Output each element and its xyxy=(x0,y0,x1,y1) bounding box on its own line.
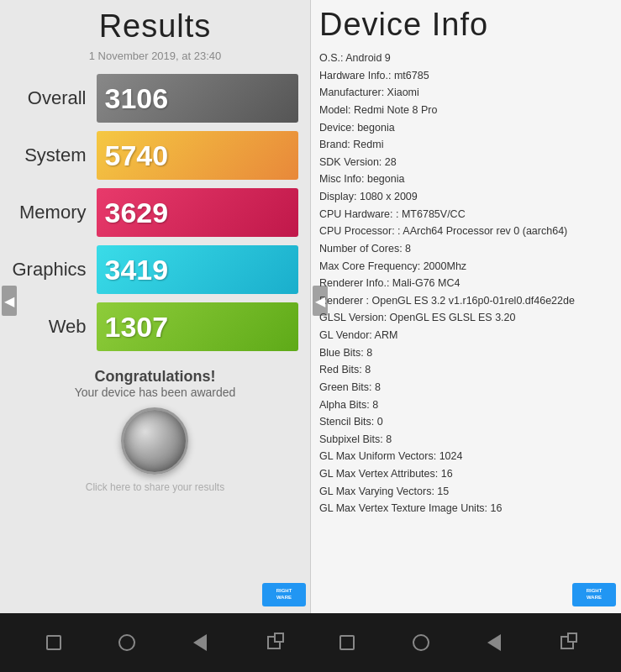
logo-text-right: RIGHTWARE xyxy=(587,588,603,601)
score-row-system: System5740 xyxy=(13,131,298,180)
score-label-memory: Memory xyxy=(13,202,97,223)
score-label-graphics: Graphics xyxy=(13,259,97,281)
info-item: CPU Hardware: : MT6785V/CC xyxy=(319,206,613,223)
device-info-title: Device Info xyxy=(319,7,613,43)
rightware-logo-left: RIGHTWARE xyxy=(262,583,306,606)
device-info-list: O.S.: Android 9Hardware Info.: mt6785Man… xyxy=(319,50,613,517)
score-label-web: Web xyxy=(13,316,97,338)
congrats-sub: Your device has been awarded xyxy=(75,386,236,399)
info-item: Model: Redmi Note 8 Pro xyxy=(319,102,613,119)
info-item: Display: 1080 x 2009 xyxy=(319,188,613,206)
navigation-bar xyxy=(0,613,621,672)
score-row-overall: Overall3106 xyxy=(13,74,298,123)
congrats-title: Congratulations! xyxy=(75,368,236,386)
medal-icon xyxy=(121,407,188,475)
info-item: GL Max Vertex Texture Image Units: 16 xyxy=(319,500,613,517)
info-item: Max Core Frequency: 2000Mhz xyxy=(319,258,613,276)
nav-corner-1[interactable] xyxy=(264,633,284,653)
info-item: Misc Info: begonia xyxy=(319,171,613,188)
info-item: CPU Processor: : AArch64 Processor rev 0… xyxy=(319,223,613,240)
score-row-memory: Memory3629 xyxy=(13,188,298,237)
info-item: GL Max Vertex Attributes: 16 xyxy=(319,465,613,483)
nav-circle-2[interactable] xyxy=(411,633,431,653)
info-item: GL Vendor: ARM xyxy=(319,327,613,344)
info-item: GLSL Version: OpenGL ES GLSL ES 3.20 xyxy=(319,309,613,327)
score-label-system: System xyxy=(13,144,97,166)
score-bar-web: 1307 xyxy=(97,302,298,351)
info-item: Brand: Redmi xyxy=(319,136,613,154)
logo-text: RIGHTWARE xyxy=(276,588,292,601)
score-bar-memory: 3629 xyxy=(97,188,298,237)
results-panel: Results 1 November 2019, at 23:40 Overal… xyxy=(0,0,311,613)
score-value-graphics: 3419 xyxy=(105,254,169,286)
info-item: Stencil Bits: 0 xyxy=(319,413,613,431)
score-label-overall: Overall xyxy=(13,87,97,109)
info-item: Renderer : OpenGL ES 3.2 v1.r16p0-01rel0… xyxy=(319,292,613,310)
info-item: Green Bits: 8 xyxy=(319,379,613,396)
info-item: SDK Version: 28 xyxy=(319,154,613,171)
nav-circle-1[interactable] xyxy=(117,633,137,653)
score-bar-overall: 3106 xyxy=(97,74,298,123)
nav-back-1[interactable] xyxy=(190,633,210,653)
rightware-logo-right: RIGHTWARE xyxy=(572,583,616,606)
scroll-left-arrow[interactable]: ◀ xyxy=(2,286,17,316)
info-item: GL Max Uniform Vectors: 1024 xyxy=(319,448,613,465)
score-value-system: 5740 xyxy=(105,139,169,172)
device-info-panel: Device Info O.S.: Android 9Hardware Info… xyxy=(311,0,621,613)
score-value-memory: 3629 xyxy=(105,197,169,229)
nav-square-1[interactable] xyxy=(44,633,64,653)
results-title: Results xyxy=(99,8,212,45)
info-item: Manufacturer: Xiaomi xyxy=(319,84,613,102)
score-value-web: 1307 xyxy=(105,311,169,344)
info-item: O.S.: Android 9 xyxy=(319,50,613,67)
info-item: Subpixel Bits: 8 xyxy=(319,431,613,449)
info-item: Device: begonia xyxy=(319,119,613,137)
info-item: Hardware Info.: mt6785 xyxy=(319,67,613,85)
score-value-overall: 3106 xyxy=(105,82,169,115)
nav-corner-2[interactable] xyxy=(557,633,577,653)
timestamp: 1 November 2019, at 23:40 xyxy=(89,50,222,62)
info-item: GL Max Varying Vectors: 15 xyxy=(319,483,613,501)
info-item: Number of Cores: 8 xyxy=(319,240,613,258)
congrats-section: Congratulations! Your device has been aw… xyxy=(75,368,236,493)
scroll-right-arrow[interactable]: ◀ xyxy=(313,286,328,316)
score-row-web: Web1307 xyxy=(13,302,298,351)
score-bar-system: 5740 xyxy=(97,131,298,180)
info-item: Alpha Bits: 8 xyxy=(319,396,613,414)
info-item: Red Bits: 8 xyxy=(319,361,613,379)
info-item: Blue Bits: 8 xyxy=(319,344,613,362)
nav-back-2[interactable] xyxy=(484,633,504,653)
nav-square-2[interactable] xyxy=(337,633,357,653)
score-row-graphics: Graphics3419 xyxy=(13,245,298,294)
info-item: Renderer Info.: Mali-G76 MC4 xyxy=(319,275,613,292)
score-bar-graphics: 3419 xyxy=(97,245,298,294)
share-text[interactable]: Click here to share your results xyxy=(75,481,236,493)
